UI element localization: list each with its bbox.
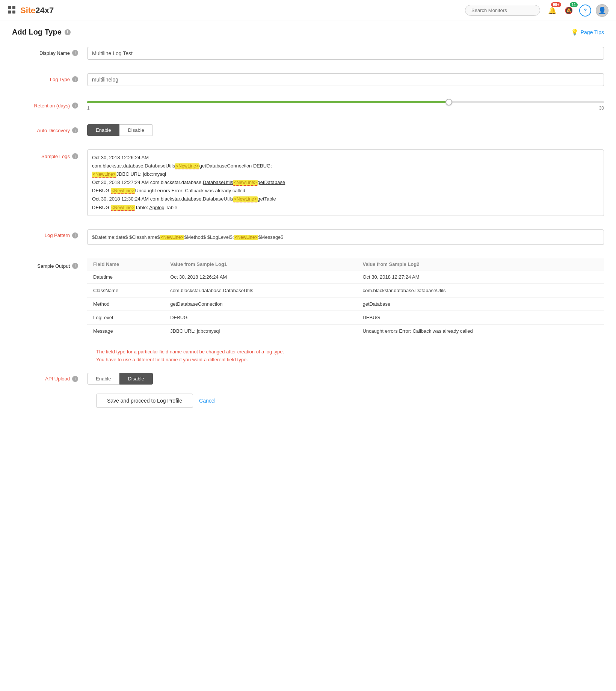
- search-input[interactable]: [465, 5, 540, 16]
- avatar[interactable]: 👤: [596, 4, 608, 17]
- cancel-button[interactable]: Cancel: [199, 398, 216, 404]
- retention-control: 1 30: [87, 100, 604, 111]
- auto-discovery-label: Auto Discovery i: [12, 124, 87, 133]
- api-upload-enable-btn[interactable]: Enable: [87, 373, 119, 385]
- log-type-info-icon[interactable]: i: [72, 76, 78, 82]
- retention-row: Retention (days) i 1 30: [12, 97, 604, 114]
- sample-output-label: Sample Output i: [12, 258, 87, 269]
- header: Site24x7 🔔 99+ 🔕 11 ? 👤: [0, 0, 616, 21]
- slider-fill: [87, 101, 449, 103]
- auto-discovery-control: Enable Disable: [87, 124, 604, 136]
- log-type-label: Log Type i: [12, 73, 87, 82]
- slider-thumb[interactable]: [445, 99, 452, 106]
- table-row: MethodgetDatabaseConnectiongetDatabase: [87, 297, 604, 311]
- sample-logs-display: Oct 30, 2018 12:26:24 AM com.blackstar.d…: [87, 149, 604, 216]
- alert-badge: 11: [570, 2, 578, 7]
- bell-badge: 99+: [551, 2, 561, 7]
- col-field-name: Field Name: [87, 258, 164, 270]
- api-upload-row: API Upload i Enable Disable: [12, 370, 604, 388]
- display-name-input[interactable]: [87, 47, 604, 60]
- table-row: MessageJDBC URL: jdbc:mysqlUncaught erro…: [87, 324, 604, 338]
- page-title: Add Log Type i: [12, 28, 71, 36]
- bulb-icon: 💡: [571, 29, 578, 36]
- page-title-info-icon[interactable]: i: [65, 29, 71, 35]
- header-icons: 🔔 99+ 🔕 11 ? 👤: [546, 4, 608, 17]
- page-header: Add Log Type i 💡 Page Tips: [0, 21, 616, 40]
- api-upload-label: API Upload i: [12, 373, 87, 382]
- display-name-info-icon[interactable]: i: [72, 50, 78, 56]
- sample-logs-info-icon[interactable]: i: [72, 153, 78, 159]
- retention-slider-wrap: 1 30: [87, 100, 604, 111]
- display-name-control: [87, 47, 604, 60]
- log-type-row: Log Type i: [12, 70, 604, 89]
- table-row: DatetimeOct 30, 2018 12:26:24 AMOct 30, …: [87, 270, 604, 284]
- display-name-label: Display Name i: [12, 47, 87, 56]
- api-upload-disable-btn[interactable]: Disable: [119, 373, 152, 385]
- auto-discovery-enable-btn[interactable]: Enable: [87, 124, 119, 136]
- sample-output-info-icon[interactable]: i: [72, 263, 78, 269]
- sample-output-row: Sample Output i Field Name Value from Sa…: [12, 255, 604, 341]
- log-pattern-label: Log Pattern i: [12, 229, 87, 238]
- alert-wrap[interactable]: 🔕 11: [563, 5, 575, 17]
- log-pattern-row: Log Pattern i $Datetime:date$ $ClassName…: [12, 226, 604, 248]
- save-button[interactable]: Save and proceed to Log Profile: [96, 394, 193, 408]
- svg-rect-0: [8, 6, 11, 9]
- sample-output-table-wrap: Field Name Value from Sample Log1 Value …: [87, 258, 604, 338]
- slider-labels: 1 30: [87, 106, 604, 111]
- page-tips-label: Page Tips: [581, 29, 604, 35]
- log-pattern-display: $Datetime:date$ $ClassName$<NewLine>$Met…: [87, 229, 604, 245]
- slider-min: 1: [87, 106, 90, 111]
- notification-bell-wrap[interactable]: 🔔 99+: [546, 5, 558, 17]
- auto-discovery-toggle: Enable Disable: [87, 124, 604, 136]
- sample-logs-control: Oct 30, 2018 12:26:24 AM com.blackstar.d…: [87, 149, 604, 216]
- col-val2: Value from Sample Log2: [356, 258, 604, 270]
- page-tips-link[interactable]: 💡 Page Tips: [571, 29, 604, 36]
- col-val1: Value from Sample Log1: [164, 258, 356, 270]
- warning-section: The field type for a particular field na…: [96, 348, 604, 364]
- svg-rect-2: [8, 11, 11, 14]
- auto-discovery-row: Auto Discovery i Enable Disable: [12, 121, 604, 139]
- auto-discovery-info-icon[interactable]: i: [72, 127, 78, 133]
- log-pattern-info-icon[interactable]: i: [72, 232, 78, 238]
- sample-logs-row: Sample Logs i Oct 30, 2018 12:26:24 AM c…: [12, 146, 604, 219]
- bottom-actions: Save and proceed to Log Profile Cancel: [87, 394, 604, 408]
- retention-label: Retention (days) i: [12, 100, 87, 109]
- help-icon[interactable]: ?: [579, 5, 591, 17]
- api-upload-info-icon[interactable]: i: [72, 376, 78, 382]
- warning-text: The field type for a particular field na…: [96, 348, 604, 364]
- sample-output-table: Field Name Value from Sample Log1 Value …: [87, 258, 604, 338]
- slider-max: 30: [599, 106, 604, 111]
- table-row: ClassNamecom.blackstar.database.Database…: [87, 284, 604, 297]
- retention-info-icon[interactable]: i: [72, 103, 78, 109]
- svg-rect-1: [12, 6, 15, 9]
- main-content: Display Name i Log Type i Retention (day…: [0, 40, 616, 423]
- api-upload-toggle: Enable Disable: [87, 373, 604, 385]
- log-pattern-control: $Datetime:date$ $ClassName$<NewLine>$Met…: [87, 229, 604, 245]
- log-type-input[interactable]: [87, 73, 604, 86]
- table-row: LogLevelDEBUGDEBUG: [87, 311, 604, 324]
- slider-track: [87, 101, 604, 103]
- auto-discovery-disable-btn[interactable]: Disable: [119, 124, 152, 136]
- grid-menu-icon[interactable]: [8, 6, 16, 15]
- svg-rect-3: [12, 11, 15, 14]
- api-upload-control: Enable Disable: [87, 373, 604, 385]
- log-type-control: [87, 73, 604, 86]
- sample-logs-label: Sample Logs i: [12, 149, 87, 159]
- site24x7-logo[interactable]: Site24x7: [20, 6, 54, 15]
- display-name-row: Display Name i: [12, 44, 604, 63]
